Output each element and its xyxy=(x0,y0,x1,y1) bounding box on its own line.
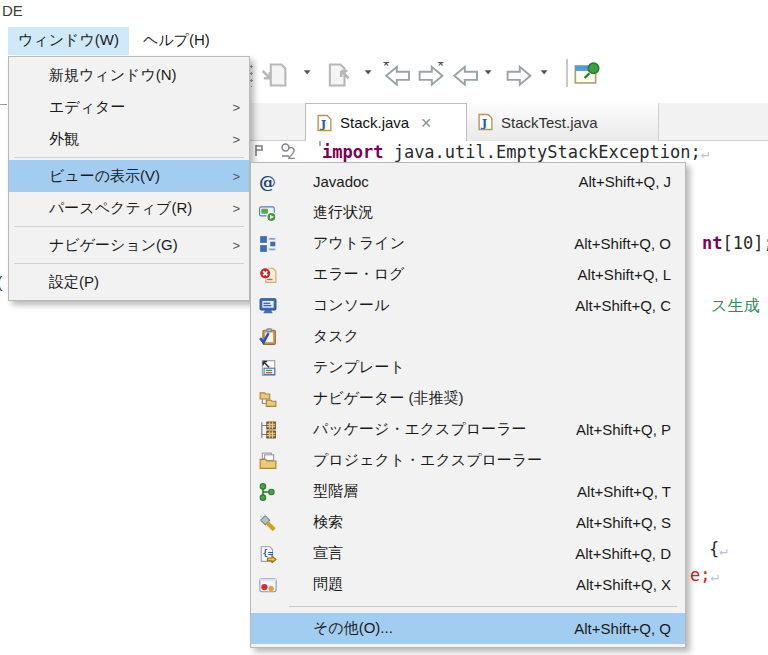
menu-item-label: タスク xyxy=(313,327,671,346)
javadoc-icon: @ xyxy=(259,173,277,191)
problems-icon xyxy=(259,576,277,594)
console-icon xyxy=(259,297,277,315)
menu-item-shortcut: Alt+Shift+Q, X xyxy=(576,576,685,593)
view-menu-item-outline[interactable]: アウトラインAlt+Shift+Q, O xyxy=(251,228,685,259)
dropdown-arrow-icon[interactable] xyxy=(303,68,315,80)
menu-item-shortcut: Alt+Shift+Q, D xyxy=(575,545,685,562)
tab-label: Stack.java xyxy=(340,114,409,131)
show-view-submenu: @JavadocAlt+Shift+Q, J進行状況アウトラインAlt+Shif… xyxy=(250,162,686,648)
progress-icon xyxy=(259,204,277,222)
last-edit-location-icon[interactable]: * xyxy=(381,62,411,88)
java-file-icon: J xyxy=(477,113,494,131)
menu-item-label: その他(O)... xyxy=(313,619,574,638)
menu-item-label: 宣言 xyxy=(313,544,575,563)
svg-text:J: J xyxy=(481,116,488,130)
background-fragment xyxy=(0,104,7,105)
code-line-import[interactable]: import java.util.EmptyStackException;↵ xyxy=(322,142,709,162)
menu-item-label: コンソール xyxy=(313,296,575,315)
export-icon[interactable] xyxy=(325,62,351,88)
menu-item-label: テンプレート xyxy=(313,358,671,377)
menubar: ウィンドウ(W)ヘルプ(H) xyxy=(0,27,220,55)
view-menu-item-progress[interactable]: 進行状況 xyxy=(251,197,685,228)
view-menu-item-error-log[interactable]: エラー・ログAlt+Shift+Q, L xyxy=(251,259,685,290)
submenu-arrow-icon: > xyxy=(232,238,249,253)
view-menu-item-templates[interactable]: テンプレート xyxy=(251,352,685,383)
java-file-icon: J xyxy=(316,114,333,132)
code-fragment-comment[interactable]: ス生成 xyxy=(711,296,759,317)
svg-text:J: J xyxy=(320,116,327,130)
dropdown-arrow-icon[interactable] xyxy=(484,68,496,80)
project-explorer-icon xyxy=(259,452,277,470)
view-menu-item-search[interactable]: 検索Alt+Shift+Q, S xyxy=(251,507,685,538)
menu-item-shortcut: Alt+Shift+Q, T xyxy=(577,483,685,500)
window-menu-item-appearance[interactable]: 外観> xyxy=(9,123,249,155)
tab-stacktest-java[interactable]: J StackTest.java xyxy=(467,103,659,141)
menubar-item-window[interactable]: ウィンドウ(W) xyxy=(8,27,129,55)
view-menu-item-problems[interactable]: 問題Alt+Shift+Q, X xyxy=(251,569,685,600)
menu-item-label: パッケージ・エクスプローラー xyxy=(313,420,576,439)
menu-item-shortcut: Alt+Shift+Q, C xyxy=(575,297,685,314)
window-menu-item-navigation[interactable]: ナビゲーション(G)> xyxy=(9,229,249,261)
package-explorer-icon xyxy=(259,421,277,439)
menu-item-shortcut: Alt+Shift+Q, S xyxy=(576,514,685,531)
menu-item-label: 新規ウィンドウ(N) xyxy=(9,66,249,85)
eclipse-window: DE ウィンドウ(W)ヘルプ(H) > > ** J Stack.java ✕ … xyxy=(0,0,768,655)
close-icon[interactable]: ✕ xyxy=(420,115,432,131)
view-menu-item-tasks[interactable]: タスク xyxy=(251,321,685,352)
code-fragment-int-array[interactable]: nt[10]; xyxy=(702,233,768,253)
menu-item-label: アウトライン xyxy=(313,234,574,253)
menu-separator xyxy=(14,226,244,227)
svg-text:@: @ xyxy=(259,173,276,191)
dropdown-arrow-icon[interactable] xyxy=(364,68,376,80)
view-menu-item-javadoc[interactable]: @JavadocAlt+Shift+Q, J xyxy=(251,166,685,197)
forward-icon[interactable] xyxy=(505,62,533,88)
tasks-icon xyxy=(259,328,277,346)
outline-icon xyxy=(259,235,277,253)
dropdown-arrow-icon[interactable] xyxy=(540,68,552,80)
code-fragment-brace[interactable]: {↵ xyxy=(709,539,728,559)
menu-item-label: 問題 xyxy=(313,575,576,594)
code-fragment-error[interactable]: e;↵ xyxy=(690,565,719,585)
menu-item-label: ナビゲーター (非推奨) xyxy=(313,389,671,408)
menu-separator xyxy=(289,606,677,607)
flag-icon[interactable] xyxy=(254,144,265,157)
view-menu-item-console[interactable]: コンソールAlt+Shift+Q, C xyxy=(251,290,685,321)
menu-item-shortcut: Alt+Shift+Q, L xyxy=(578,266,685,283)
view-menu-item-declaration[interactable]: {=宣言Alt+Shift+Q, D xyxy=(251,538,685,569)
submenu-arrow-icon: > xyxy=(232,100,249,115)
window-menu-item-perspective[interactable]: パースペクティブ(R)> xyxy=(9,192,249,224)
menu-item-label: 設定(P) xyxy=(9,273,249,292)
menu-item-shortcut: Alt+Shift+Q, O xyxy=(574,235,685,252)
back-icon[interactable] xyxy=(450,62,478,88)
type-hierarchy-icon xyxy=(259,483,277,501)
declaration-icon: {= xyxy=(259,545,277,563)
window-menu-item-new-window[interactable]: 新規ウィンドウ(N) xyxy=(9,59,249,91)
window-menu-item-editor[interactable]: エディター> xyxy=(9,91,249,123)
window-menu-item-show-view[interactable]: ビューの表示(V)> xyxy=(9,160,249,192)
background-fragment-paren: ( xyxy=(0,274,2,292)
no-icon xyxy=(259,620,277,638)
next-edit-location-icon[interactable]: * xyxy=(416,62,446,88)
menubar-item-help[interactable]: ヘルプ(H) xyxy=(133,27,220,55)
view-menu-item-type-hierarchy[interactable]: 型階層Alt+Shift+Q, T xyxy=(251,476,685,507)
menu-item-label: パースペクティブ(R) xyxy=(9,199,232,218)
editor-tabbar: J Stack.java ✕ J StackTest.java xyxy=(250,103,768,141)
pin-editor-icon[interactable] xyxy=(574,61,600,87)
navigator-icon xyxy=(259,390,277,408)
menu-item-shortcut: Alt+Shift+Q, J xyxy=(578,173,685,190)
view-menu-item-project-explorer[interactable]: プロジェクト・エクスプローラー xyxy=(251,445,685,476)
view-menu-item-other[interactable]: その他(O)...Alt+Shift+Q, Q xyxy=(251,613,685,644)
menu-item-label: エディター xyxy=(9,98,232,117)
menu-item-label: Javadoc xyxy=(313,173,578,190)
view-menu-item-package-explorer[interactable]: パッケージ・エクスプローラーAlt+Shift+Q, P xyxy=(251,414,685,445)
menu-item-shortcut: Alt+Shift+Q, Q xyxy=(574,620,685,637)
error-log-icon xyxy=(259,266,277,284)
menu-item-label: エラー・ログ xyxy=(313,265,578,284)
tab-stack-java[interactable]: J Stack.java ✕ xyxy=(305,103,467,141)
import-icon[interactable] xyxy=(261,62,287,88)
window-menu-item-preferences[interactable]: 設定(P) xyxy=(9,266,249,298)
view-menu-item-navigator[interactable]: ナビゲーター (非推奨) xyxy=(251,383,685,414)
search-icon xyxy=(259,514,277,532)
window-title-fragment: DE xyxy=(2,2,23,19)
menu-item-label: 外観 xyxy=(9,130,232,149)
